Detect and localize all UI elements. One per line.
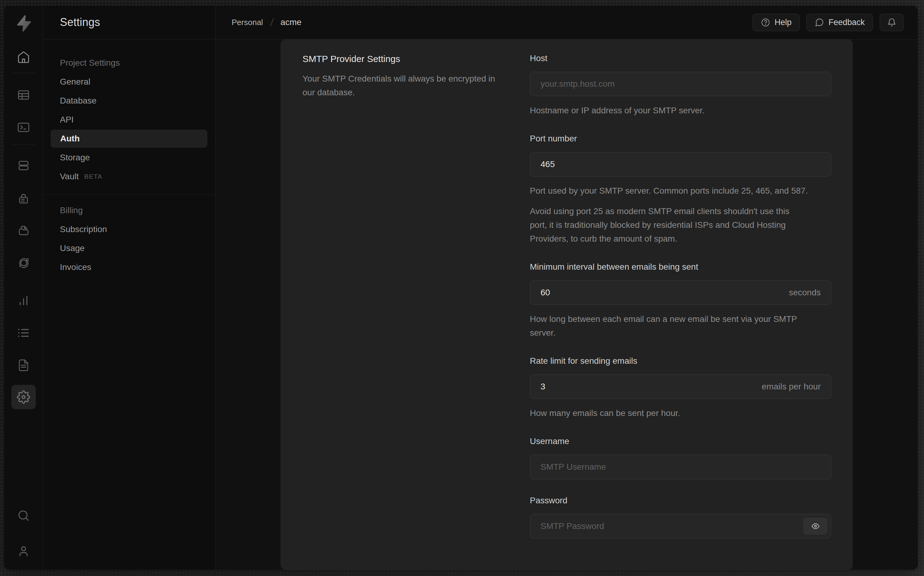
settings-menu: Project Settings General Database API Au…	[43, 39, 215, 277]
reveal-password-button[interactable]	[804, 518, 827, 534]
minimum-interval-input[interactable]	[530, 280, 831, 305]
sidebar-item-database[interactable]: Database	[43, 91, 215, 110]
smtp-section-description: Your SMTP Credentials will always be enc…	[303, 72, 501, 99]
user-icon[interactable]	[11, 539, 36, 563]
port-helper: Port used by your SMTP server. Common po…	[530, 184, 808, 246]
content-area: SMTP Provider Settings Your SMTP Credent…	[216, 39, 918, 570]
breadcrumb: Personal / acme	[232, 16, 301, 29]
sidebar-item-api[interactable]: API	[43, 110, 215, 129]
feedback-button-label: Feedback	[828, 18, 865, 27]
edge-functions-icon[interactable]	[11, 250, 36, 275]
app-window: Settings Project Settings General Databa…	[4, 5, 918, 570]
password-label: Password	[530, 495, 831, 506]
smtp-form: Host Hostname or IP address of your SMTP…	[530, 53, 831, 570]
rate-limit-input[interactable]	[530, 374, 831, 399]
port-input[interactable]	[530, 152, 831, 176]
smtp-section-header: SMTP Provider Settings Your SMTP Credent…	[303, 53, 530, 570]
beta-badge: BETA	[84, 173, 102, 180]
breadcrumb-org[interactable]: Personal	[232, 18, 263, 27]
settings-gear-icon[interactable]	[11, 385, 36, 409]
header-actions: Help Feedback	[753, 14, 903, 31]
sidebar-item-subscription[interactable]: Subscription	[43, 220, 215, 239]
field-rate-limit: Rate limit for sending emails emails per…	[530, 355, 831, 420]
eye-icon	[811, 522, 820, 531]
feedback-button[interactable]: Feedback	[806, 14, 873, 31]
sidebar-item-auth[interactable]: Auth	[51, 130, 207, 147]
smtp-settings-card: SMTP Provider Settings Your SMTP Credent…	[280, 39, 853, 570]
field-password: Password	[530, 495, 831, 538]
rate-limit-input-wrap: emails per hour	[530, 374, 831, 399]
port-label: Port number	[530, 133, 831, 144]
supabase-logo-icon[interactable]	[14, 13, 33, 33]
breadcrumb-project[interactable]: acme	[280, 18, 301, 27]
smtp-section-title: SMTP Provider Settings	[303, 53, 530, 65]
rail-divider	[12, 144, 35, 144]
field-username: Username	[530, 436, 831, 479]
notifications-button[interactable]	[880, 14, 903, 31]
table-editor-icon[interactable]	[11, 83, 36, 107]
top-bar: Personal / acme Help Feedba	[216, 5, 918, 39]
breadcrumb-separator: /	[269, 16, 274, 29]
nav-rail	[4, 5, 43, 570]
minimum-interval-input-wrap: seconds	[530, 280, 831, 305]
sidebar-item-invoices[interactable]: Invoices	[43, 258, 215, 277]
username-input[interactable]	[530, 455, 831, 479]
host-input[interactable]	[530, 72, 831, 96]
database-icon[interactable]	[11, 153, 36, 178]
storage-icon[interactable]	[11, 218, 36, 243]
rate-limit-helper: How many emails can be sent per hour.	[530, 406, 808, 420]
username-label: Username	[530, 436, 831, 447]
host-input-wrap	[530, 72, 831, 96]
chat-bubble-icon	[815, 18, 824, 27]
minimum-interval-helper: How long between each email can a new em…	[530, 312, 808, 339]
field-host: Host Hostname or IP address of your SMTP…	[530, 53, 831, 117]
page-title: Settings	[60, 16, 100, 29]
auth-lock-icon[interactable]	[11, 186, 36, 211]
sidebar-item-usage[interactable]: Usage	[43, 239, 215, 258]
helper-text: How long between each email can a new em…	[530, 312, 808, 339]
port-input-wrap	[530, 152, 831, 176]
password-input[interactable]	[530, 514, 831, 538]
reports-icon[interactable]	[11, 288, 36, 313]
sidebar-item-label: Vault	[60, 172, 79, 181]
helper-text: How many emails can be sent per hour.	[530, 406, 808, 420]
docs-icon[interactable]	[11, 353, 36, 378]
host-label: Host	[530, 53, 831, 64]
field-port: Port number Port used by your SMTP serve…	[530, 133, 831, 246]
main-area: Personal / acme Help Feedba	[216, 5, 918, 570]
host-helper: Hostname or IP address of your SMTP serv…	[530, 104, 808, 117]
settings-sidebar: Settings Project Settings General Databa…	[43, 5, 216, 570]
helper-text: Port used by your SMTP server. Common po…	[530, 184, 808, 198]
helper-text: Avoid using port 25 as modern SMTP email…	[530, 204, 808, 246]
helper-text: Hostname or IP address of your SMTP serv…	[530, 104, 808, 117]
help-button-label: Help	[775, 18, 792, 27]
bell-icon	[887, 18, 897, 27]
rail-divider	[12, 73, 35, 73]
sql-editor-icon[interactable]	[11, 115, 36, 139]
help-circle-icon	[761, 18, 770, 27]
minimum-interval-label: Minimum interval between emails being se…	[530, 261, 831, 272]
section-header-project-settings: Project Settings	[43, 53, 215, 72]
rate-limit-label: Rate limit for sending emails	[530, 355, 831, 366]
username-input-wrap	[530, 455, 831, 479]
logs-icon[interactable]	[11, 321, 36, 345]
sidebar-item-storage[interactable]: Storage	[43, 148, 215, 167]
search-icon[interactable]	[11, 503, 36, 528]
sidebar-item-general[interactable]: General	[43, 72, 215, 91]
sidebar-header: Settings	[43, 5, 215, 39]
home-icon[interactable]	[11, 45, 36, 69]
password-input-wrap	[530, 514, 831, 538]
help-button[interactable]: Help	[753, 14, 800, 31]
sidebar-item-vault[interactable]: Vault BETA	[43, 167, 215, 186]
section-header-billing: Billing	[43, 201, 215, 220]
field-minimum-interval: Minimum interval between emails being se…	[530, 261, 831, 339]
